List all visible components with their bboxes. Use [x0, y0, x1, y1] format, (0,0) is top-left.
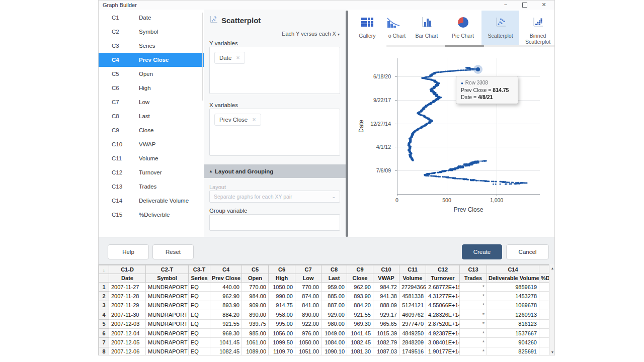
cancel-button[interactable]: Cancel: [506, 244, 549, 259]
table-corner-cell[interactable]: ↓: [99, 265, 109, 274]
chip-remove-icon[interactable]: ✕: [236, 55, 240, 60]
column-item-c14[interactable]: C14Deliverable Volume: [99, 194, 204, 208]
chip-remove-icon[interactable]: ✕: [252, 117, 256, 122]
table-cell: 4609762: [399, 310, 426, 319]
table-row[interactable]: 32007-11-29MUNDRAPORTEQ893.90909.00914.7…: [99, 301, 549, 310]
chevron-down-icon: ⌄: [332, 194, 336, 199]
column-id: C9: [112, 127, 139, 133]
column-name-header: Symbol: [146, 274, 189, 283]
gallery-scrollbar-thumb[interactable]: [445, 45, 484, 47]
gallery-item-pie-chart[interactable]: Pie Chart: [445, 11, 480, 46]
group-variable-dropzone[interactable]: [209, 214, 340, 231]
scroll-up-icon[interactable]: ▲: [549, 265, 555, 272]
column-name: Turnover: [139, 169, 162, 175]
table-row[interactable]: 22007-11-28MUNDRAPORTEQ962.90984.00990.0…: [99, 292, 549, 301]
tooltip-row-label: ●Row 3308: [461, 80, 513, 85]
column-id-header: C8: [321, 265, 347, 274]
table-row[interactable]: 82007-12-06MUNDRAPORTEQ1082.451089.00110…: [99, 347, 549, 355]
x-axis-label: Prev Close: [397, 206, 540, 213]
column-item-c11[interactable]: C11Volume: [99, 151, 204, 165]
header-row-names: DateSymbolSeriesPrev CloseOpenHighLowLas…: [99, 274, 549, 283]
table-cell: 885.00: [321, 292, 347, 301]
table-row[interactable]: 42007-11-30MUNDRAPORTEQ884.20890.00958.0…: [99, 310, 549, 319]
column-name: Symbol: [139, 29, 158, 35]
column-item-c10[interactable]: C10VWAP: [99, 137, 204, 151]
chevron-down-icon: ▾: [338, 32, 340, 37]
y-variable-chip-date[interactable]: Date✕: [214, 52, 245, 64]
gallery-item-binned-scatterplot[interactable]: Binned Scatterplot: [520, 11, 555, 46]
column-item-c3[interactable]: C3Series: [99, 39, 204, 53]
column-item-c4[interactable]: C4Prev Close: [99, 53, 204, 67]
x-variables-dropzone[interactable]: Prev Close✕: [209, 109, 340, 156]
gallery-item-label: Binned Scatterplot: [520, 33, 555, 45]
table-row[interactable]: 72007-12-05MUNDRAPORTEQ1041.451061.00109…: [99, 338, 549, 347]
table-cell: 939.75: [242, 319, 269, 328]
column-item-c8[interactable]: C8Last: [99, 109, 204, 123]
table-cell: 884.20: [210, 310, 242, 319]
gallery-item-bar-chart[interactable]: Bar Chart: [409, 11, 444, 46]
table-cell: 2.68772E+15: [426, 283, 460, 292]
close-button[interactable]: ✕: [534, 1, 553, 10]
column-item-c12[interactable]: C12Turnover: [99, 165, 204, 179]
reset-button[interactable]: Reset: [152, 244, 194, 259]
column-name: Series: [139, 43, 155, 49]
scroll-down-icon[interactable]: ▼: [549, 349, 555, 355]
builder-panel-scrollbar[interactable]: [346, 11, 348, 237]
graph-builder-window: Graph Builder − ✕ C1DateC2SymbolC3Series…: [98, 0, 555, 355]
table-cell: 965.65: [373, 319, 399, 328]
table-cell: 2007-12-04: [109, 328, 146, 337]
minimize-button[interactable]: −: [496, 1, 515, 10]
columns-list-scrollbar[interactable]: [202, 13, 203, 101]
table-cell: 990.00: [269, 292, 295, 301]
column-item-c15[interactable]: C15%Deliverble: [99, 208, 204, 222]
table-cell: 1069678: [487, 301, 539, 310]
gallery-item-gallery[interactable]: Gallery: [350, 11, 385, 46]
x-variables-label: X variables: [209, 102, 238, 108]
table-cell: *: [460, 292, 487, 301]
x-tick-label: 1,000: [481, 197, 512, 203]
column-item-c7[interactable]: C7Low: [99, 95, 204, 109]
table-cell: 893.90: [210, 301, 242, 310]
table-cell: 984.72: [373, 283, 399, 292]
minimize-icon: −: [504, 2, 507, 8]
column-item-c13[interactable]: C13Trades: [99, 179, 204, 194]
column-item-c6[interactable]: C6High: [99, 81, 204, 95]
table-cell: 1051.00: [295, 347, 321, 355]
column-item-c5[interactable]: C5Open: [99, 67, 204, 81]
table-cell: 985.00: [242, 328, 269, 337]
help-button[interactable]: Help: [108, 244, 149, 259]
layout-dropdown[interactable]: Separate graphs for each XY pair ⌄: [209, 191, 340, 203]
table-cell: 770.00: [242, 283, 269, 292]
table-cell: 969.30: [347, 319, 373, 328]
gallery-horizontal-scrollbar[interactable]: [386, 45, 555, 47]
column-item-c2[interactable]: C2Symbol: [99, 25, 204, 39]
title-bar[interactable]: Graph Builder − ✕: [99, 1, 554, 10]
table-row[interactable]: 12007-11-27MUNDRAPORTEQ440.00770.001050.…: [99, 283, 549, 292]
table-row[interactable]: 52007-12-03MUNDRAPORTEQ921.55939.75995.0…: [99, 319, 549, 328]
column-id: C11: [112, 155, 139, 161]
group-variable-label: Group variable: [209, 208, 247, 214]
gallery-item-scatterplot[interactable]: Scatterplot: [481, 11, 519, 46]
restore-button[interactable]: [515, 1, 534, 10]
table-cell: 2007-11-29: [109, 301, 146, 310]
table-cell: EQ: [189, 292, 210, 301]
table-cell: *: [460, 283, 487, 292]
tooltip-field: Prev Close = 814.75: [461, 87, 513, 93]
table-cell: 888.09: [373, 301, 399, 310]
gallery-item-o-chart[interactable]: o Chart: [386, 11, 408, 46]
table-cell: 2007-12-06: [109, 347, 146, 355]
column-name-header: Prev Close: [210, 274, 242, 283]
column-id-header: C3-T: [189, 265, 210, 274]
table-vertical-scrollbar[interactable]: ▲ ▼: [549, 264, 555, 355]
table-row[interactable]: 62007-12-04MUNDRAPORTEQ969.30985.001056.…: [99, 328, 549, 337]
column-item-c1[interactable]: C1Date: [99, 11, 204, 25]
x-variable-chip-prev-close[interactable]: Prev Close✕: [214, 114, 261, 126]
layout-grouping-section-header[interactable]: ▴ Layout and Grouping: [204, 164, 346, 178]
column-item-c9[interactable]: C9Close: [99, 123, 204, 137]
y-variables-dropzone[interactable]: Date✕: [209, 47, 340, 94]
table-cell: 2007-11-27: [109, 283, 146, 292]
restore-icon: [522, 3, 527, 8]
mode-selector[interactable]: Each Y versus each X ▾: [282, 31, 340, 37]
chart-type-gallery: Galleryo ChartBar ChartPie ChartScatterp…: [349, 10, 555, 48]
create-button[interactable]: Create: [462, 244, 502, 259]
